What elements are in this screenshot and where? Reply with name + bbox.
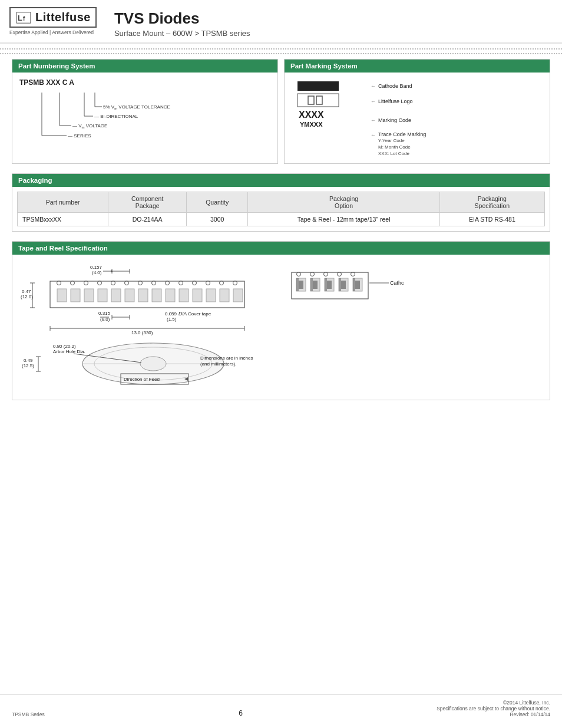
pms-diagram: XXXX YMXXX (292, 78, 362, 147)
main-content: Part Numbering System TPSMB XXX C A (0, 59, 562, 400)
svg-point-79 (140, 357, 166, 371)
tape-diagram-left: 0.157 (4.0) (21, 261, 274, 390)
svg-text:— Vm VOLTAGE: — Vm VOLTAGE (72, 123, 107, 129)
svg-rect-57 (193, 289, 202, 302)
col-quantity: Quantity (187, 192, 248, 212)
pms-labels: ← Cathode Band ← Littelfuse Logo ← Marki… (371, 78, 426, 157)
svg-rect-109 (341, 281, 346, 289)
svg-rect-103 (313, 281, 318, 289)
svg-text:Cover tape: Cover tape (188, 311, 211, 317)
svg-rect-50 (98, 289, 107, 302)
svg-text:(8.0): (8.0) (100, 317, 110, 322)
svg-text:Direction of Feed: Direction of Feed (124, 377, 160, 382)
footer-notice: Specifications are subject to change wit… (437, 706, 550, 711)
part-marking-section: Part Marking System XXXX YMXXX (284, 59, 550, 164)
svg-text:0.315: 0.315 (98, 311, 111, 316)
logo-subtitle: Expertise Applied | Answers Delivered (9, 29, 94, 35)
svg-text:DIA: DIA (178, 311, 187, 317)
top-sections: Part Numbering System TPSMB XXX C A (12, 59, 550, 164)
packaging-section: Packaging Part number ComponentPackage Q… (12, 173, 550, 232)
part-numbering-content: TPSMB XXX C A (12, 73, 277, 154)
svg-rect-113 (353, 278, 355, 291)
page-footer: TPSMB Series 6 ©2014 Littelfuse, Inc. Sp… (0, 694, 562, 722)
littelfuse-icon: L f (15, 11, 32, 24)
table-header-row: Part number ComponentPackage Quantity Pa… (18, 192, 545, 212)
svg-text:0.059: 0.059 (165, 311, 177, 317)
decorative-band (0, 48, 562, 54)
pns-code: TPSMB XXX C A (19, 78, 270, 87)
svg-rect-101 (296, 278, 299, 291)
svg-rect-52 (125, 289, 134, 302)
svg-rect-49 (84, 289, 94, 302)
packaging-table: Part number ComponentPackage Quantity Pa… (17, 192, 545, 226)
svg-rect-107 (325, 278, 327, 291)
trace-code-detail: Y:Year Code M: Month Code XXX: Lot Code (378, 137, 426, 157)
cell-part-number: TPSMBxxxXX (18, 212, 108, 226)
svg-text:YMXXX: YMXXX (300, 121, 323, 128)
tape-reel-header: Tape and Reel Specification (12, 242, 550, 255)
svg-rect-18 (316, 96, 322, 104)
svg-rect-17 (308, 96, 314, 104)
svg-rect-48 (71, 289, 80, 302)
svg-text:Arbor Hole Dia.: Arbor Hole Dia. (53, 349, 85, 354)
footer-revised: Revised: 01/14/14 (437, 711, 550, 717)
part-marking-content: XXXX YMXXX ← Cathode Band ← Littelfuse L… (285, 73, 550, 163)
tape-diagram-right: Cathode (286, 261, 541, 344)
tape-reel-container: Tape and Reel Specification 0.157 (4.0) (12, 241, 550, 400)
logo-area: L f Littelfuse Expertise Applied | Answe… (9, 7, 97, 35)
pms-svg: XXXX YMXXX (292, 78, 356, 146)
part-numbering-header: Part Numbering System (12, 60, 277, 73)
page-header: L f Littelfuse Expertise Applied | Answe… (0, 0, 562, 44)
title-area: TVS Diodes Surface Mount – 600W > TPSMB … (114, 7, 250, 38)
table-row: TPSMBxxxXX DO-214AA 3000 Tape & Reel - 1… (18, 212, 545, 226)
svg-text:0.49: 0.49 (24, 358, 33, 363)
packaging-table-wrapper: Part number ComponentPackage Quantity Pa… (12, 187, 550, 231)
svg-text:0.80 (20.2): 0.80 (20.2) (53, 344, 76, 349)
svg-rect-15 (297, 81, 339, 91)
svg-text:(1.5): (1.5) (167, 317, 177, 322)
col-component-package: ComponentPackage (108, 192, 187, 212)
tape-reel-section: Tape and Reel Specification 0.157 (4.0) (12, 241, 550, 400)
part-numbering-section: Part Numbering System TPSMB XXX C A (12, 59, 278, 164)
packaging-header: Packaging (12, 174, 550, 187)
cell-packaging-option: Tape & Reel - 12mm tape/13" reel (248, 212, 439, 226)
tape-reel-diagrams: 0.157 (4.0) (21, 261, 541, 390)
logo-box: L f Littelfuse (9, 7, 97, 28)
svg-rect-51 (111, 289, 121, 302)
pns-diagram: — SERIES — Vm VOLTAGE — BI-DIRECTIONAL 5… (31, 91, 270, 147)
svg-text:13.0 (330): 13.0 (330) (131, 330, 153, 335)
cathode-band-arrow: ← (371, 83, 376, 89)
svg-rect-112 (355, 281, 360, 289)
col-part-number: Part number (18, 192, 108, 212)
svg-rect-47 (57, 289, 67, 302)
cell-component-package: DO-214AA (108, 212, 187, 226)
svg-text:5% Vm VOLTAGE TOLERANCE: 5% Vm VOLTAGE TOLERANCE (103, 104, 170, 110)
logo-arrow: ← (371, 98, 376, 104)
svg-rect-56 (179, 289, 189, 302)
page-title-sub: Surface Mount – 600W > TPSMB series (114, 29, 250, 38)
cell-quantity: 3000 (187, 212, 248, 226)
col-packaging-option: PackagingOption (248, 192, 439, 212)
page-title-main: TVS Diodes (114, 9, 250, 28)
svg-text:XXXX: XXXX (299, 110, 324, 120)
svg-text:Dimensions are in inches: Dimensions are in inches (200, 355, 253, 361)
svg-text:0.47: 0.47 (22, 289, 31, 294)
svg-rect-54 (152, 289, 161, 302)
svg-text:Cathode: Cathode (390, 280, 404, 286)
tape-reel-content: 0.157 (4.0) (12, 255, 550, 400)
svg-rect-59 (220, 289, 229, 302)
tape-svg-left: 0.157 (4.0) (21, 261, 274, 390)
packaging-container: Packaging Part number ComponentPackage Q… (12, 173, 550, 232)
svg-text:— SERIES: — SERIES (68, 133, 91, 139)
footer-series: TPSMB Series (12, 711, 45, 717)
svg-text:— BI-DIRECTIONAL: — BI-DIRECTIONAL (94, 114, 138, 119)
svg-text:f: f (23, 15, 25, 21)
svg-rect-60 (233, 289, 243, 302)
svg-rect-55 (166, 289, 175, 302)
footer-page: 6 (239, 709, 243, 717)
col-packaging-spec: PackagingSpecification (439, 192, 544, 212)
part-marking-header: Part Marking System (285, 60, 550, 73)
svg-rect-58 (206, 289, 216, 302)
cathode-band-label: ← Cathode Band (371, 83, 426, 89)
svg-text:(and millimeters).: (and millimeters). (200, 361, 236, 367)
